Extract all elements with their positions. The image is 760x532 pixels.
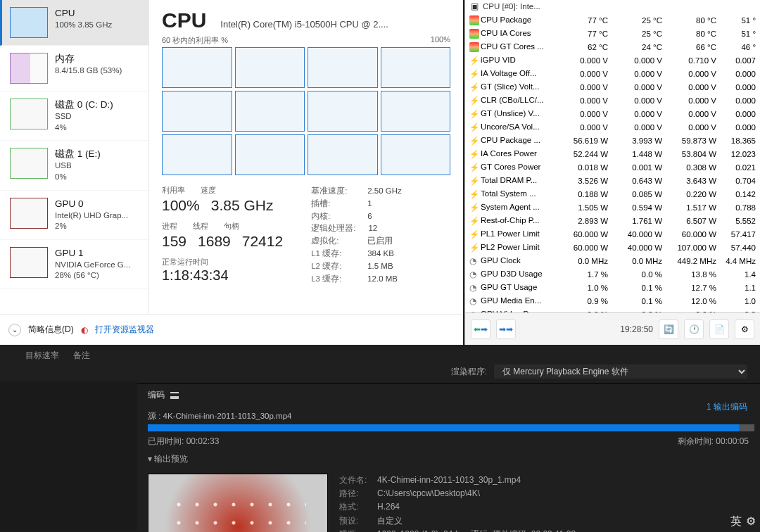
sensor-name: ◔GPU Clock <box>467 255 557 267</box>
sensor-value: 77 °C <box>558 27 611 39</box>
spec-value: 已启用 <box>367 235 393 248</box>
thermometer-icon <box>469 29 479 39</box>
log-icon[interactable]: 📄 <box>709 319 729 339</box>
sensor-row[interactable]: ⚡PL1 Power Limit60.000 W40.000 W60.000 W… <box>467 228 759 240</box>
sensor-value: 0.001 W <box>612 161 665 173</box>
sensor-value: 1.448 W <box>612 148 665 160</box>
sensor-value: 0.021 <box>721 161 759 173</box>
tab-notes[interactable]: 备注 <box>73 350 90 362</box>
sensor-row[interactable]: ⚡iGPU VID0.000 V0.000 V0.710 V0.007 <box>467 54 759 66</box>
sidebar-item-disk0[interactable]: 磁盘 0 (C: D:) SSD 4% <box>0 91 148 141</box>
sidebar-item-mem[interactable]: 内存 8.4/15.8 GB (53%) <box>0 46 148 91</box>
resmon-icon: ◐ <box>81 325 88 335</box>
nav-back-button[interactable]: ⬅ ➡ <box>471 319 490 339</box>
sensor-value: 80 °C <box>666 27 719 39</box>
sensor-name: ⚡Uncore/SA Vol... <box>467 121 557 133</box>
sensor-row[interactable]: ◔GPU Clock0.0 MHz0.0 MHz449.2 MHz4.4 MHz <box>467 255 759 267</box>
sensor-value: 25 °C <box>612 27 665 39</box>
sparkline-thumb <box>10 99 48 129</box>
sidebar-item-cpu[interactable]: CPU 100% 3.85 GHz <box>0 0 148 46</box>
sensor-row[interactable]: ◔GPU Media En...0.9 %0.1 %12.0 %1.0 <box>467 295 759 307</box>
sidebar-item-sub: 8.4/15.8 GB (53%) <box>55 65 122 77</box>
spec-label: 虚拟化: <box>311 235 355 248</box>
sensor-name: ⚡Rest-of-Chip P... <box>467 215 557 227</box>
spec-value: 12 <box>368 222 377 235</box>
collapse-icon[interactable]: ⌄ <box>8 324 21 336</box>
sensor-value: 449.2 MHz <box>666 255 719 267</box>
sensor-row[interactable]: ⚡IA Voltage Off...0.000 V0.000 V0.000 V0… <box>467 68 759 80</box>
bolt-icon: ⚡ <box>469 96 479 106</box>
core-utilization-grid <box>162 47 450 175</box>
sidebar-item-sub2: 28% (56 °C) <box>55 270 130 281</box>
renderer-select[interactable]: 仅 Mercury Playback Engine 软件 <box>494 365 747 379</box>
sidebar-item-disk1[interactable]: 磁盘 1 (E:) USB 0% <box>0 141 148 190</box>
tab-target-rate[interactable]: 目标速率 <box>25 350 59 362</box>
clock-icon: ◔ <box>469 270 479 279</box>
meta-label: 路径: <box>339 487 373 500</box>
spec-value: 2.50 GHz <box>367 185 402 198</box>
sensor-value: 1.0 % <box>558 281 611 293</box>
sensor-row[interactable]: ⚡IA Cores Power52.244 W1.448 W53.804 W12… <box>467 148 759 160</box>
arrow-right-icon: ➡➡ <box>499 324 513 334</box>
cpu-title: CPU <box>162 8 206 32</box>
sensor-row[interactable]: ⚡Total DRAM P...3.526 W0.643 W3.643 W0.7… <box>467 175 759 186</box>
meta-label: 视频: <box>339 528 373 532</box>
sensor-value: 0.000 V <box>612 108 665 120</box>
sensor-value: 0.000 V <box>612 54 665 66</box>
refresh-icon[interactable]: 🔄 <box>659 319 678 339</box>
sensor-value: 53.804 W <box>666 148 719 160</box>
sensor-row[interactable]: CPU IA Cores77 °C25 °C80 °C51 ° <box>467 27 759 39</box>
sensor-value: 80 °C <box>666 14 719 26</box>
sidebar-item-name: GPU 0 <box>55 198 128 210</box>
sensor-value: 0.018 W <box>558 161 611 173</box>
open-resmon-link[interactable]: 打开资源监视器 <box>95 324 154 336</box>
sidebar-item-name: CPU <box>55 7 112 20</box>
sensor-row[interactable]: CPU Package77 °C25 °C80 °C51 ° <box>467 14 759 26</box>
sensor-row[interactable]: ⚡Uncore/SA Vol...0.000 V0.000 V0.000 V0.… <box>467 121 759 133</box>
nav-fwd-button[interactable]: ➡➡ <box>496 319 516 339</box>
sensor-value: 1.4 <box>721 268 759 280</box>
sensor-row[interactable]: ⚡GT (Slice) Volt...0.000 V0.000 V0.000 V… <box>467 81 759 93</box>
sensor-row[interactable]: ⚡PL2 Power Limit60.000 W40.000 W107.000 … <box>467 241 759 253</box>
settings-gear-icon[interactable]: ⚙ <box>735 319 754 339</box>
sensor-value: 0.0 MHz <box>612 255 665 267</box>
sensor-value: 12.023 <box>721 148 759 160</box>
sensor-row[interactable]: ⚡CLR (CBo/LLC/...0.000 V0.000 V0.000 V0.… <box>467 94 759 106</box>
sensor-row[interactable]: ⚡System Agent ...1.505 W0.594 W1.517 W0.… <box>467 201 759 213</box>
sensor-row[interactable]: ⚡GT (Unslice) V...0.000 V0.000 V0.000 V0… <box>467 108 759 120</box>
speed-label: 速度 <box>201 185 216 196</box>
clock-icon[interactable]: 🕐 <box>684 319 704 339</box>
output-preview-label: 输出预览 <box>154 454 188 464</box>
meta-value: H.264 <box>377 500 400 514</box>
clock-icon: ◔ <box>469 283 479 293</box>
sensor-value: 12.0 % <box>666 295 719 307</box>
sensor-name: ◔GPU GT Usage <box>467 281 557 293</box>
spec-label: 逻辑处理器: <box>311 222 355 235</box>
sensor-value: 66 °C <box>666 41 719 53</box>
hamburger-icon[interactable] <box>170 392 179 399</box>
sensor-row[interactable]: ⚡CPU Package ...56.619 W3.993 W59.873 W1… <box>467 134 759 146</box>
sensor-value: 6.507 W <box>666 215 719 227</box>
sparkline-thumb <box>10 53 48 84</box>
encoder-panel: 目标速率 备注 渲染程序: 仅 Mercury Playback Engine … <box>0 345 760 532</box>
task-manager-window: CPU 100% 3.85 GHz 内存 8.4/15.8 GB (53%) 磁… <box>0 0 463 345</box>
fewer-details-button[interactable]: 简略信息(D) <box>28 324 74 336</box>
spec-label: 内核: <box>311 210 355 223</box>
hwinfo-panel: ▣ CPU [#0]: Inte... CPU Package77 °C25 °… <box>464 0 760 312</box>
ime-lang[interactable]: 英 <box>730 514 742 529</box>
sensor-row[interactable]: ⚡Rest-of-Chip P...2.893 W1.761 W6.507 W5… <box>467 215 759 227</box>
thermometer-icon <box>469 42 479 52</box>
sidebar-item-gpu1[interactable]: GPU 1 NVIDIA GeForce G... 28% (56 °C) <box>0 240 148 289</box>
sensor-row[interactable]: ⚡Total System ...0.188 W0.085 W0.220 W0.… <box>467 188 759 200</box>
sensor-row[interactable]: ⚡GT Cores Power0.018 W0.001 W0.308 W0.02… <box>467 161 759 173</box>
sensor-value: 0.085 W <box>612 188 665 200</box>
sensor-row[interactable]: ◔GPU D3D Usage1.7 %0.0 %13.8 %1.4 <box>467 268 759 280</box>
ime-settings-icon[interactable]: ⚙ <box>746 514 756 529</box>
sensor-row[interactable]: CPU GT Cores ...62 °C24 °C66 °C46 ° <box>467 41 759 53</box>
sensor-value: 0.000 V <box>612 94 665 106</box>
bolt-icon: ⚡ <box>469 203 479 213</box>
core-cell <box>308 91 378 132</box>
sensor-row[interactable]: ◔GPU GT Usage1.0 %0.1 %12.7 %1.1 <box>467 281 759 293</box>
sidebar-item-gpu0[interactable]: GPU 0 Intel(R) UHD Grap... 2% <box>0 191 148 240</box>
core-cell <box>235 91 305 132</box>
